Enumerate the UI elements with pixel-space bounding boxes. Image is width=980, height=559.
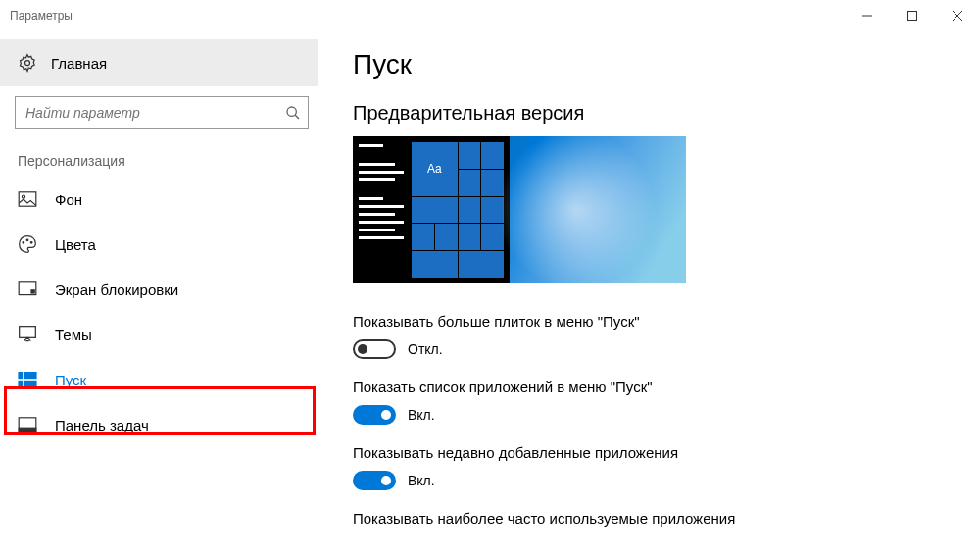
sidebar-item-label: Пуск	[55, 372, 86, 388]
setting-label: Показывать больше плиток в меню "Пуск"	[353, 313, 951, 330]
window-controls	[845, 0, 980, 31]
toggle-state: Откл.	[408, 341, 443, 357]
sidebar-item-label: Цвета	[55, 236, 96, 253]
setting-app-list: Показать список приложений в меню "Пуск"…	[353, 379, 951, 425]
content-panel: Пуск Предварительная версия	[323, 31, 980, 559]
sidebar-item-label: Фон	[55, 191, 82, 208]
palette-icon	[18, 234, 37, 254]
brush-icon	[18, 325, 37, 344]
setting-label: Показывать недавно добавленные приложени…	[353, 444, 951, 461]
titlebar: Параметры	[0, 0, 980, 31]
home-button[interactable]: Главная	[0, 39, 318, 86]
toggle-state: Вкл.	[408, 473, 435, 488]
sidebar-item-taskbar[interactable]: Панель задач	[0, 402, 323, 447]
sidebar: Главная Персонализация Фон Цвета Э	[0, 31, 323, 559]
page-title: Пуск	[353, 49, 951, 80]
svg-point-11	[30, 242, 32, 244]
svg-rect-7	[19, 192, 36, 206]
setting-label: Показывать наиболее часто используемые п…	[353, 510, 951, 527]
preview-heading: Предварительная версия	[353, 102, 951, 125]
svg-rect-13	[31, 290, 34, 293]
svg-point-8	[22, 195, 24, 198]
svg-line-6	[295, 115, 299, 119]
start-preview-tiles: Aa	[410, 136, 510, 283]
svg-rect-18	[24, 381, 37, 387]
start-icon	[18, 370, 37, 389]
sidebar-item-label: Панель задач	[55, 417, 149, 433]
svg-rect-20	[19, 428, 36, 432]
preview-tile: Aa	[412, 142, 458, 196]
picture-icon	[18, 189, 37, 209]
minimize-button[interactable]	[845, 0, 890, 31]
toggle-more-tiles[interactable]	[353, 339, 396, 359]
sidebar-item-colors[interactable]: Цвета	[0, 222, 323, 267]
start-preview-list	[353, 136, 410, 283]
lockscreen-icon	[18, 280, 37, 299]
svg-point-9	[23, 242, 24, 244]
sidebar-item-label: Темы	[55, 327, 92, 343]
maximize-button[interactable]	[890, 0, 935, 31]
toggle-state: Вкл.	[408, 407, 435, 423]
taskbar-icon	[18, 415, 37, 434]
svg-point-10	[26, 239, 28, 241]
svg-point-5	[287, 107, 296, 116]
toggle-app-list[interactable]	[353, 405, 396, 425]
sidebar-item-background[interactable]: Фон	[0, 177, 323, 222]
sidebar-item-start[interactable]: Пуск	[0, 357, 323, 402]
home-label: Главная	[51, 55, 107, 72]
gear-icon	[18, 53, 37, 73]
search-wrap	[15, 96, 309, 129]
svg-rect-14	[20, 327, 36, 338]
search-icon	[285, 105, 301, 121]
search-input[interactable]	[15, 96, 309, 129]
svg-rect-1	[908, 12, 917, 21]
start-preview-panel: Aa	[353, 136, 510, 283]
start-preview: Aa	[353, 136, 686, 283]
svg-point-4	[25, 61, 30, 66]
svg-rect-15	[18, 372, 23, 379]
sidebar-item-lockscreen[interactable]: Экран блокировки	[0, 267, 323, 312]
svg-rect-16	[24, 372, 37, 379]
setting-more-tiles: Показывать больше плиток в меню "Пуск" О…	[353, 313, 951, 359]
sidebar-item-themes[interactable]: Темы	[0, 312, 323, 357]
toggle-recently-added[interactable]	[353, 471, 396, 490]
window-title: Параметры	[10, 9, 73, 23]
svg-rect-17	[18, 381, 23, 387]
close-button[interactable]	[935, 0, 980, 31]
setting-most-used: Показывать наиболее часто используемые п…	[353, 510, 951, 527]
sidebar-item-label: Экран блокировки	[55, 281, 178, 298]
setting-recently-added: Показывать недавно добавленные приложени…	[353, 444, 951, 490]
setting-label: Показать список приложений в меню "Пуск"	[353, 379, 951, 395]
section-header: Персонализация	[0, 129, 323, 177]
